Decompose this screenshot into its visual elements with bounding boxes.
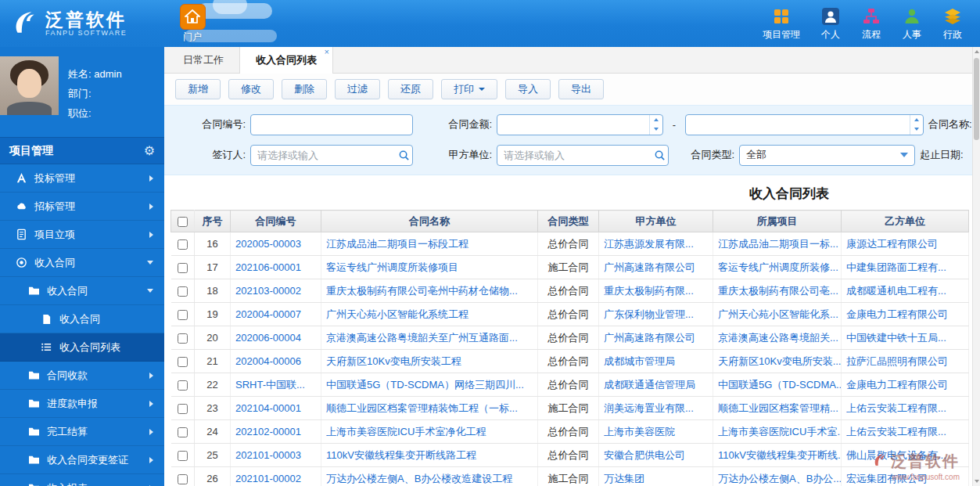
select-all-checkbox[interactable]	[178, 217, 188, 227]
cell-party-b[interactable]: 金康电力工程有限公司	[842, 303, 969, 326]
nav-hr[interactable]: 人事	[902, 6, 922, 41]
restore-button[interactable]: 还原	[388, 79, 433, 99]
cell-project[interactable]: 天府新区10Kv变电所安装...	[713, 350, 842, 373]
number-stepper[interactable]	[649, 115, 662, 135]
cell-contract-no[interactable]: 202004-00006	[231, 350, 321, 373]
cell-project[interactable]: 重庆太极制药有限公司亳...	[713, 279, 842, 303]
sidebar-item-income-contract-entry[interactable]: 收入合同	[0, 305, 164, 333]
cell-party-a[interactable]: 润美远海置业有限...	[599, 397, 713, 420]
cell-party-a[interactable]: 成都联通通信管理局	[599, 373, 713, 397]
cell-party-b[interactable]: 中建集团路面工程有...	[842, 256, 969, 279]
row-checkbox[interactable]	[178, 427, 188, 437]
cell-party-a[interactable]: 广州高速路有限公司	[599, 326, 713, 350]
column-header-seq[interactable]: 序号	[195, 211, 231, 232]
tab-daily-work[interactable]: 日常工作	[167, 47, 239, 73]
cell-contract-name[interactable]: 顺德工业园区档案管理精装饰工程（一标...	[321, 397, 538, 420]
cell-contract-no[interactable]: 202004-00007	[231, 303, 321, 326]
column-header-party-b[interactable]: 乙方单位	[842, 211, 969, 232]
cell-project[interactable]: 110kV安徽线程集变开断线...	[713, 444, 842, 467]
table-row[interactable]: 17 202106-00001 客运专线广州调度所装修项目 施工合同 广州高速路…	[171, 256, 969, 279]
cell-contract-name[interactable]: 京港澳高速公路粤境韶关至广州互通路面...	[321, 326, 538, 350]
nav-personal[interactable]: 个人	[820, 6, 841, 41]
import-button[interactable]: 导入	[505, 79, 551, 99]
cell-contract-no[interactable]: 202106-00001	[231, 256, 321, 279]
nav-administration[interactable]: 行政	[942, 6, 963, 41]
cell-contract-name[interactable]: 万达办公楼左侧A、B办公楼改造建设工程	[321, 467, 538, 486]
sidebar-item-contract-collection[interactable]: 合同收款	[0, 362, 164, 390]
table-row[interactable]: 21 202004-00006 天府新区10Kv变电所安装工程 总价合同 成都城…	[171, 350, 969, 373]
contract-type-select[interactable]: 全部	[739, 145, 915, 166]
scroll-up-icon[interactable]	[973, 47, 980, 56]
cell-party-a[interactable]: 万达集团	[599, 467, 713, 486]
cell-contract-no[interactable]: 202103-00002	[231, 279, 321, 303]
cell-party-b[interactable]: 中国铁建中铁十五局...	[842, 326, 969, 350]
cell-party-b[interactable]: 拉萨汇晶照明有限公司	[842, 350, 969, 373]
sidebar-item-project-initiation[interactable]: 项目立项	[0, 221, 164, 249]
contract-no-input[interactable]	[251, 115, 412, 135]
cell-contract-name[interactable]: 重庆太极制药有限公司亳州中药材仓储物...	[321, 279, 538, 303]
contract-amount-to-input[interactable]	[686, 115, 910, 135]
cell-contract-name[interactable]: 110kV安徽线程集变开断线路工程	[321, 444, 538, 467]
column-header-party-a[interactable]: 甲方单位	[599, 211, 713, 232]
cell-contract-name[interactable]: 中国联通5G（TD-SCDMA）网络三期四川...	[321, 373, 538, 397]
delete-button[interactable]: 删除	[282, 79, 327, 99]
cell-contract-no[interactable]: SRHT-中国联...	[231, 373, 321, 397]
row-checkbox[interactable]	[178, 451, 188, 461]
row-checkbox[interactable]	[178, 357, 188, 367]
cell-contract-name[interactable]: 江苏成品油二期项目一标段工程	[321, 232, 538, 256]
cell-party-a[interactable]: 重庆太极制药有限...	[599, 279, 713, 303]
column-header-project[interactable]: 所属项目	[713, 211, 842, 232]
table-row[interactable]: 20 202006-00004 京港澳高速公路粤境韶关至广州互通路面... 总价…	[171, 326, 969, 350]
row-checkbox[interactable]	[178, 404, 188, 414]
cell-party-a[interactable]: 广东保利物业管理...	[599, 303, 713, 326]
cell-contract-no[interactable]: 202006-00004	[231, 326, 321, 350]
cell-project[interactable]: 江苏成品油二期项目一标...	[713, 232, 842, 256]
table-row[interactable]: 16 202005-00003 江苏成品油二期项目一标段工程 总价合同 江苏惠源…	[171, 232, 969, 256]
edit-button[interactable]: 修改	[228, 79, 274, 99]
table-row[interactable]: 23 202104-00001 顺德工业园区档案管理精装饰工程（一标... 施工…	[171, 397, 969, 420]
close-icon[interactable]: ×	[325, 47, 329, 57]
cell-contract-no[interactable]: 202104-00001	[231, 397, 321, 420]
row-checkbox[interactable]	[178, 333, 188, 344]
row-checkbox[interactable]	[178, 310, 188, 320]
table-row[interactable]: 24 202102-00001 上海市美容医院ICU手术室净化工程 总价合同 上…	[171, 420, 969, 444]
sidebar-item-income-contract-group[interactable]: 收入合同	[0, 277, 164, 305]
cell-party-b[interactable]: 佛山晨敬电气设备有...	[842, 444, 969, 467]
cell-project[interactable]: 客运专线广州调度所装修...	[713, 256, 842, 279]
cell-party-b[interactable]: 康源达工程有限公司	[842, 232, 969, 256]
cell-project[interactable]: 京港澳高速公路粤境韶关...	[713, 326, 842, 350]
sidebar-item-progress-payment[interactable]: 进度款申报	[0, 390, 164, 418]
sidebar-item-completion-settlement[interactable]: 完工结算	[0, 418, 164, 446]
row-checkbox[interactable]	[178, 474, 188, 484]
nav-project-management[interactable]: 项目管理	[763, 6, 800, 41]
sidebar-item-contract-change-visa[interactable]: 收入合同变更签证	[0, 446, 164, 474]
tab-income-contract-list[interactable]: 收入合同列表 ×	[239, 47, 333, 74]
cell-contract-no[interactable]: 202101-00002	[231, 467, 321, 486]
table-row[interactable]: 19 202004-00007 广州天心苑小区智能化系统工程 总价合同 广东保利…	[171, 303, 969, 326]
cell-party-a[interactable]: 广州高速路有限公司	[599, 256, 713, 279]
cell-contract-no[interactable]: 202005-00003	[231, 232, 321, 256]
cell-party-b[interactable]: 上佑云安装工程有限...	[842, 397, 969, 420]
table-row[interactable]: 18 202103-00002 重庆太极制药有限公司亳州中药材仓储物... 总价…	[171, 279, 969, 303]
cell-project[interactable]: 万达办公楼左侧A、B办公...	[713, 467, 842, 486]
vertical-scrollbar[interactable]	[972, 47, 980, 486]
cell-contract-name[interactable]: 天府新区10Kv变电所安装工程	[321, 350, 538, 373]
table-row[interactable]: 22 SRHT-中国联... 中国联通5G（TD-SCDMA）网络三期四川...…	[171, 373, 969, 397]
sidebar-item-income-contract[interactable]: 收入合同	[0, 249, 164, 277]
gear-icon[interactable]: ⚙	[144, 143, 155, 158]
cell-party-b[interactable]: 成都暖通机电工程有...	[842, 279, 969, 303]
cell-contract-no[interactable]: 202101-00003	[231, 444, 321, 467]
signer-input[interactable]	[251, 146, 395, 165]
add-button[interactable]: 新增	[175, 79, 221, 99]
column-header-contract-type[interactable]: 合同类型	[538, 211, 599, 232]
sidebar-item-income-report[interactable]: 收入报表	[0, 474, 164, 486]
search-icon[interactable]	[395, 149, 412, 161]
cell-party-b[interactable]: 上佑云安装工程有限...	[842, 420, 969, 444]
number-stepper[interactable]	[910, 115, 923, 135]
cell-party-a[interactable]: 成都城市管理局	[599, 350, 713, 373]
table-row[interactable]: 25 202101-00003 110kV安徽线程集变开断线路工程 总价合同 安…	[171, 444, 969, 467]
cell-party-a[interactable]: 江苏惠源发展有限...	[599, 232, 713, 256]
sidebar-item-bid-management[interactable]: 投标管理	[0, 164, 164, 193]
print-button[interactable]: 打印	[441, 79, 497, 99]
column-header-contract-no[interactable]: 合同编号	[231, 211, 321, 232]
